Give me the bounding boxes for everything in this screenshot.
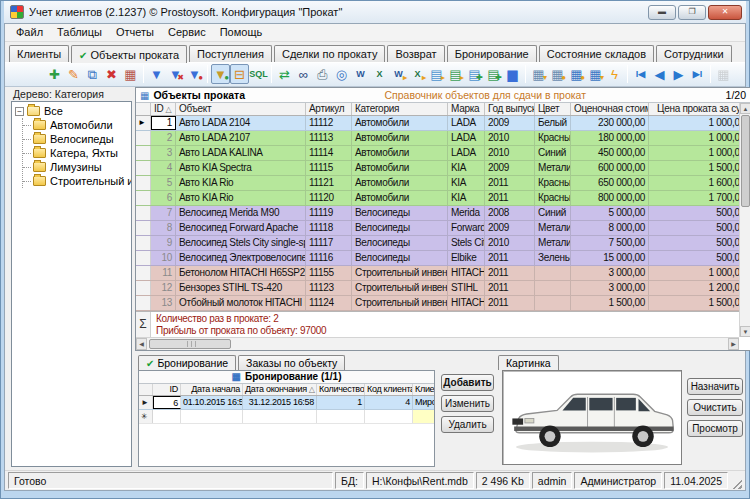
chart-icon[interactable]: ▆ bbox=[503, 64, 522, 84]
column-header-Цвет[interactable]: Цвет bbox=[535, 103, 571, 115]
column-header-Артикул[interactable]: Артикул bbox=[306, 103, 352, 115]
menu-item-Файл[interactable]: Файл bbox=[9, 24, 50, 40]
tree-item-Лимузины[interactable]: Лимузины bbox=[23, 160, 131, 174]
table-row[interactable]: 10Велосипед Электровелосипед Elbike11116… bbox=[136, 251, 739, 266]
excel-view-icon[interactable]: X bbox=[370, 64, 389, 84]
booking-column-Код клиента[interactable]: Код клиента bbox=[365, 384, 413, 395]
filter-clear-icon[interactable]: ▼● bbox=[185, 64, 204, 84]
edit-record-icon[interactable]: ✎ bbox=[64, 64, 83, 84]
nav-last-icon[interactable]: ▶Ι bbox=[688, 64, 707, 84]
maximize-button[interactable]: ❐ bbox=[678, 5, 706, 20]
nav-prev-icon[interactable]: ◀ bbox=[650, 64, 669, 84]
table-row[interactable]: 9Велосипед Stels City single-speed11117В… bbox=[136, 236, 739, 251]
add-record-icon[interactable]: ✚ bbox=[45, 64, 64, 84]
table-row[interactable]: 11Бетонолом HITACHI H65SP211155Строитель… bbox=[136, 266, 739, 281]
export-word-icon[interactable]: W▸ bbox=[389, 64, 408, 84]
delete-record-icon[interactable]: ✖ bbox=[102, 64, 121, 84]
merge-excel-icon[interactable]: ▤▸ bbox=[446, 64, 465, 84]
minimize-button[interactable]: ▬ bbox=[648, 5, 676, 20]
horizontal-scrollbar[interactable]: ◀ ▶ bbox=[136, 337, 739, 350]
table-row[interactable]: 13Отбойный молоток HITACHI H65SP311124Ст… bbox=[136, 296, 739, 311]
tab-Состояние складов[interactable]: Состояние складов bbox=[539, 45, 654, 62]
column-header-id[interactable]: ID△ bbox=[151, 103, 176, 115]
scroll-thumb[interactable] bbox=[741, 115, 750, 207]
preview-icon[interactable]: ◎ bbox=[332, 64, 351, 84]
view-picture-button[interactable]: Просмотр bbox=[687, 420, 743, 437]
booking-column-Дата начала[interactable]: Дата начала bbox=[181, 384, 243, 395]
copy-record-icon[interactable]: ⧉ bbox=[83, 64, 102, 84]
quick-action-icon[interactable]: ϟ bbox=[605, 64, 624, 84]
filter-view-icon[interactable]: ▼● bbox=[211, 64, 230, 84]
column-header-Оценочная стоимость[interactable]: Оценочная стоимость bbox=[571, 103, 649, 115]
filter-delete-icon[interactable]: ▼✖ bbox=[166, 64, 185, 84]
refresh-icon[interactable]: ⇄ bbox=[275, 64, 294, 84]
tree-root-item[interactable]: − Все bbox=[12, 102, 131, 118]
close-button[interactable]: ✕ bbox=[708, 5, 742, 20]
tab-booking[interactable]: ✔Бронирование bbox=[138, 355, 236, 370]
tree-collapse-icon[interactable]: − bbox=[15, 107, 24, 116]
column-header-Объект[interactable]: Объект bbox=[176, 103, 306, 115]
group-rows-icon[interactable]: ▦● bbox=[548, 64, 567, 84]
booking-column-Клиент[interactable]: Клиент bbox=[413, 384, 435, 395]
tab-picture[interactable]: Картинка bbox=[498, 355, 559, 370]
tab-Сотрудники[interactable]: Сотрудники bbox=[656, 45, 732, 62]
scroll-left-icon[interactable]: ◀ bbox=[136, 338, 147, 350]
tree-panel-icon[interactable]: ⊟ bbox=[230, 64, 249, 84]
tree-item-Строительный инвентарь[interactable]: Строительный инвентарь bbox=[23, 174, 131, 188]
assign-picture-button[interactable]: Назначить bbox=[687, 378, 743, 395]
sql-view-icon[interactable]: SQL bbox=[249, 64, 268, 84]
table-row[interactable]: 5Авто KIA Rio11121АвтомобилиKIA2011Красн… bbox=[136, 176, 739, 191]
menu-item-Помощь[interactable]: Помощь bbox=[213, 24, 270, 40]
edit-button[interactable]: Изменить bbox=[441, 395, 494, 412]
column-header-Категория[interactable]: Категория bbox=[352, 103, 448, 115]
vertical-scrollbar[interactable]: ▲ ▼ bbox=[739, 103, 750, 337]
scroll-up-icon[interactable]: ▲ bbox=[740, 103, 750, 114]
table-row[interactable]: ►1Авто LADA 210411112АвтомобилиLADA2009Б… bbox=[136, 116, 739, 131]
booking-column-Дата окончания[interactable]: Дата окончания△ bbox=[243, 384, 317, 395]
tab-Объекты проката[interactable]: ✔Объекты проката bbox=[71, 45, 187, 63]
add-button[interactable]: Добавить bbox=[441, 374, 494, 391]
print-icon[interactable]: ⎙ bbox=[313, 64, 332, 84]
nav-next-icon[interactable]: ▶ bbox=[669, 64, 688, 84]
table-row[interactable]: 12Бензорез STIHL TS-42011123Строительный… bbox=[136, 281, 739, 296]
column-header-Год выпуска[interactable]: Год выпуска bbox=[485, 103, 535, 115]
template-word-icon[interactable]: ▤✚ bbox=[465, 64, 484, 84]
tab-Сделки по прокату[interactable]: Сделки по прокату bbox=[274, 45, 385, 62]
booking-row[interactable]: ►601.10.2015 16:5731.12.2015 16:5814Миро… bbox=[139, 396, 435, 410]
totals-icon[interactable]: ▦▾ bbox=[529, 64, 548, 84]
tab-Возврат[interactable]: Возврат bbox=[387, 45, 444, 62]
new-row[interactable]: ✳ bbox=[139, 410, 435, 424]
table-row[interactable]: 3Авто LADA KALINA11114АвтомобилиLADA2010… bbox=[136, 146, 739, 161]
menu-item-Отчеты[interactable]: Отчеты bbox=[109, 24, 161, 40]
table-row[interactable]: 4Авто KIA Spectra11115АвтомобилиKIA2009М… bbox=[136, 161, 739, 176]
nav-first-icon[interactable]: Ι◀ bbox=[631, 64, 650, 84]
export-excel-icon[interactable]: X▸ bbox=[408, 64, 427, 84]
column-header-Цена проката за сут[interactable]: Цена проката за сут bbox=[649, 103, 739, 115]
tab-orders-by-object[interactable]: Заказы по объекту bbox=[238, 355, 345, 370]
table-row[interactable]: 6Авто KIA Rio11120АвтомобилиKIA2011Красн… bbox=[136, 191, 739, 206]
tab-Клиенты[interactable]: Клиенты bbox=[9, 45, 69, 62]
menu-item-Сервис[interactable]: Сервис bbox=[161, 24, 213, 40]
scroll-right-icon[interactable]: ▶ bbox=[728, 338, 739, 350]
find-icon[interactable]: ∞ bbox=[294, 64, 313, 84]
delete-table-row-icon[interactable]: ▦ bbox=[121, 64, 140, 84]
template-excel-icon[interactable]: ▤✚ bbox=[484, 64, 503, 84]
word-view-icon[interactable]: W bbox=[351, 64, 370, 84]
tab-Бронирование[interactable]: Бронирование bbox=[447, 45, 537, 62]
column-header-Марка[interactable]: Марка bbox=[448, 103, 485, 115]
hscroll-thumb[interactable] bbox=[149, 339, 231, 349]
scroll-down-icon[interactable]: ▼ bbox=[740, 326, 750, 337]
resize-grip[interactable] bbox=[730, 477, 742, 489]
table-layout-icon[interactable]: ▦▾ bbox=[586, 64, 605, 84]
tree-item-Автомобили[interactable]: Автомобили bbox=[23, 118, 131, 132]
menu-item-Таблицы[interactable]: Таблицы bbox=[50, 24, 109, 40]
table-settings-icon[interactable]: ▦● bbox=[567, 64, 586, 84]
delete-button[interactable]: Удалить bbox=[441, 416, 494, 433]
table-row[interactable]: 8Велосипед Forward Apache11118Велосипеды… bbox=[136, 221, 739, 236]
booking-column-ID[interactable]: ID bbox=[153, 384, 181, 395]
filter-icon[interactable]: ▼ bbox=[147, 64, 166, 84]
merge-word-icon[interactable]: ▤▸ bbox=[427, 64, 446, 84]
booking-column-Количество[interactable]: Количество bbox=[317, 384, 365, 395]
table-row[interactable]: 7Велосипед Merida M9011119ВелосипедыMeri… bbox=[136, 206, 739, 221]
tree-item-Катера, Яхты[interactable]: Катера, Яхты bbox=[23, 146, 131, 160]
